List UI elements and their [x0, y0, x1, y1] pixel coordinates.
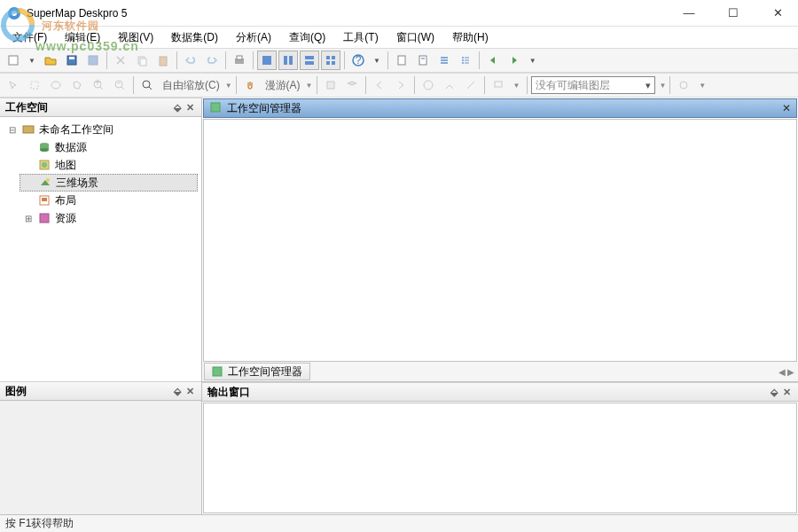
editable-layer-dropdown[interactable]: 没有可编辑图层	[531, 76, 655, 94]
print-button[interactable]	[230, 51, 249, 70]
pin-icon[interactable]: ⬙	[768, 387, 780, 398]
minimize-button[interactable]: —	[676, 6, 702, 20]
select-lasso-button[interactable]	[46, 75, 66, 95]
nav-forward-button[interactable]	[505, 51, 524, 70]
legend-panel-header: 图例 ⬙ ✕	[0, 381, 201, 401]
svg-rect-40	[495, 82, 502, 87]
dropdown-arrow-icon[interactable]: ▼	[306, 82, 313, 90]
menu-tools[interactable]: 工具(T)	[336, 28, 385, 47]
dropdown-arrow-icon[interactable]: ▼	[370, 57, 384, 65]
separator-icon	[669, 76, 670, 94]
copy-button[interactable]	[132, 51, 152, 70]
tree-root-label: 未命名工作空间	[39, 122, 113, 137]
view-mode1-button[interactable]	[257, 51, 277, 70]
tab-nav-right-icon[interactable]: ▶	[787, 367, 794, 377]
menu-analysis[interactable]: 分析(A)	[229, 28, 278, 47]
open-button[interactable]	[41, 51, 60, 70]
document-tab[interactable]: 工作空间管理器 ✕	[203, 98, 797, 118]
tree-resource[interactable]: ⊞ 资源	[20, 209, 198, 227]
output-panel: 输出窗口 ⬙ ✕	[202, 381, 798, 514]
dropdown-arrow-icon[interactable]: ▼	[695, 82, 709, 90]
info-button[interactable]	[419, 75, 438, 95]
menu-query[interactable]: 查询(Q)	[282, 28, 332, 47]
close-icon[interactable]: ✕	[184, 102, 196, 113]
tree-map[interactable]: 地图	[20, 156, 198, 174]
menu-dataset[interactable]: 数据集(D)	[164, 28, 225, 47]
nav-back-button[interactable]	[483, 51, 503, 70]
view-mode4-button[interactable]	[321, 51, 340, 70]
save-button[interactable]	[62, 51, 82, 70]
script-button[interactable]	[413, 51, 433, 70]
dropdown-arrow-icon[interactable]: ▼	[25, 57, 39, 65]
menu-help[interactable]: 帮助(H)	[445, 28, 496, 47]
full-extent-button[interactable]	[137, 75, 157, 95]
list1-button[interactable]	[434, 51, 454, 70]
view-mode2-button[interactable]	[278, 51, 298, 70]
next-layer-button[interactable]	[391, 75, 411, 95]
close-icon[interactable]: ✕	[184, 386, 196, 397]
dropdown-arrow-icon[interactable]: ▼	[526, 57, 540, 65]
measure-button[interactable]	[461, 75, 481, 95]
bottom-tab-row: 工作空间管理器 ◀ ▶	[202, 362, 798, 381]
separator-icon	[527, 76, 528, 94]
dropdown-value: 没有可编辑图层	[536, 78, 610, 93]
layers-button[interactable]	[342, 75, 362, 95]
menu-view[interactable]: 视图(V)	[111, 28, 160, 47]
dropdown-arrow-icon[interactable]: ▼	[510, 82, 524, 90]
identify-button[interactable]	[440, 75, 459, 95]
pan-button[interactable]: 漫游(A)	[262, 78, 304, 93]
menu-edit[interactable]: 编辑(E)	[58, 28, 107, 47]
dropdown-arrow-icon[interactable]: ▼	[225, 82, 232, 90]
title-bar: SuperMap Deskpro 5 — ☐ ✕	[0, 0, 798, 27]
tree-root[interactable]: ⊟ 未命名工作空间	[4, 121, 198, 138]
svg-rect-42	[23, 126, 34, 133]
saveall-button[interactable]	[83, 51, 103, 70]
close-button[interactable]: ✕	[764, 6, 791, 20]
pin-icon[interactable]: ⬙	[171, 386, 184, 397]
layer-button[interactable]	[321, 75, 340, 95]
pointer-button[interactable]	[4, 75, 23, 95]
prev-layer-button[interactable]	[370, 75, 389, 95]
help-button[interactable]: ?	[348, 51, 368, 70]
tree-layout[interactable]: 布局	[20, 192, 198, 209]
dropdown-arrow-icon[interactable]: ▼	[659, 82, 666, 90]
toolbar-main: ▼ ? ▼ ▼	[0, 48, 798, 73]
free-zoom-button[interactable]: 自由缩放(C)	[159, 78, 223, 93]
cut-button[interactable]	[111, 51, 130, 70]
expand-icon[interactable]: ⊟	[7, 125, 18, 135]
svg-point-1	[12, 11, 17, 16]
pin-icon[interactable]: ⬙	[171, 102, 184, 113]
view-mode3-button[interactable]	[300, 51, 319, 70]
maximize-button[interactable]: ☐	[720, 6, 747, 20]
svg-rect-52	[211, 103, 220, 112]
tree-datasource[interactable]: 数据源	[20, 138, 198, 156]
flag-button[interactable]	[489, 75, 508, 95]
undo-button[interactable]	[181, 51, 200, 70]
bottom-tab-label: 工作空间管理器	[228, 364, 302, 379]
svg-rect-16	[326, 56, 330, 59]
pan-hand-button[interactable]	[240, 75, 260, 95]
new-button[interactable]	[4, 51, 23, 70]
close-icon[interactable]: ✕	[780, 387, 793, 398]
zoom-in-button[interactable]: +	[89, 75, 108, 95]
tree-scene3d[interactable]: 三维场景	[20, 174, 198, 192]
tab-close-icon[interactable]: ✕	[782, 102, 791, 114]
tab-nav-left-icon[interactable]: ◀	[778, 367, 786, 377]
paste-button[interactable]	[153, 51, 173, 70]
settings-button[interactable]	[674, 75, 693, 95]
list2-button[interactable]	[456, 51, 475, 70]
menu-window[interactable]: 窗口(W)	[389, 28, 442, 47]
expand-icon[interactable]: ⊞	[23, 214, 34, 223]
svg-point-26	[462, 59, 464, 61]
select-poly-button[interactable]	[67, 75, 87, 95]
menu-file[interactable]: 文件(F)	[5, 28, 54, 47]
workspace-tree[interactable]: ⊟ 未命名工作空间 数据源 地图 三维场景	[0, 117, 201, 381]
bottom-tab-manager[interactable]: 工作空间管理器	[204, 363, 310, 380]
doc-button[interactable]	[392, 51, 411, 70]
select-rect-button[interactable]	[25, 75, 44, 95]
zoom-out-button[interactable]: -	[110, 75, 129, 95]
document-body[interactable]	[203, 119, 797, 362]
separator-icon	[317, 76, 317, 94]
output-body[interactable]	[203, 403, 797, 513]
redo-button[interactable]	[202, 51, 222, 70]
